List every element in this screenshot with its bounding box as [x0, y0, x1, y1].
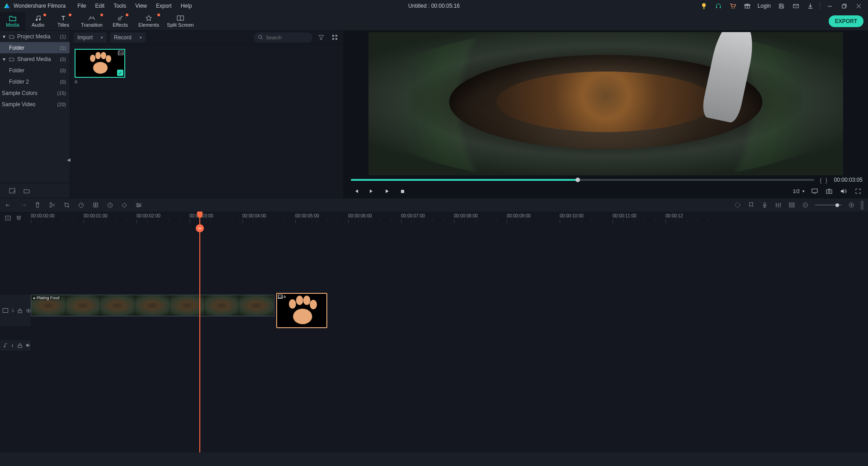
tab-transition[interactable]: Transition [76, 12, 108, 30]
stop-button[interactable] [398, 187, 407, 196]
adjust-icon[interactable] [135, 201, 143, 209]
tree-item-folder2[interactable]: Folder 2(0) [0, 76, 70, 87]
badge-dot [69, 14, 71, 16]
tab-effects[interactable]: Effects [108, 12, 133, 30]
split-icon[interactable] [48, 201, 56, 209]
menu-export[interactable]: Export [152, 1, 175, 10]
playhead[interactable]: ✂ [199, 212, 200, 452]
tab-media[interactable]: Media [0, 12, 25, 30]
delete-icon[interactable] [33, 201, 42, 209]
window-close[interactable] [852, 0, 865, 11]
zoom-out-icon[interactable] [801, 201, 809, 209]
menu-view[interactable]: View [132, 1, 151, 10]
fullscreen-icon[interactable] [854, 187, 863, 196]
tab-elements[interactable]: Elements [133, 12, 165, 30]
paw-icon [86, 52, 113, 75]
filter-icon[interactable] [316, 33, 326, 42]
freeze-icon[interactable] [91, 201, 99, 209]
redo-icon[interactable] [19, 201, 27, 209]
menu-file[interactable]: File [74, 1, 90, 10]
message-icon[interactable] [789, 0, 802, 11]
used-check-icon: ✓ [117, 70, 123, 76]
menu-edit[interactable]: Edit [92, 1, 108, 10]
playhead-scissors-icon[interactable]: ✂ [196, 224, 204, 232]
preview-scrubber[interactable] [351, 179, 814, 181]
playhead-grip[interactable] [197, 212, 203, 218]
folder-icon [9, 34, 15, 39]
svg-point-7 [39, 19, 41, 20]
render-icon[interactable] [733, 201, 741, 209]
export-button[interactable]: EXPORT [829, 15, 863, 27]
search-input[interactable] [266, 35, 302, 40]
tree-item-folder[interactable]: Folder(0) [0, 65, 70, 76]
mark-out-icon[interactable]: } [826, 177, 827, 184]
import-dropdown[interactable]: Import▾ [74, 33, 107, 42]
timeline-ruler[interactable]: 00:00:00:0000:00:01:0000:00:02:0000:00:0… [31, 212, 868, 224]
tips-icon[interactable] [697, 0, 711, 11]
svg-rect-14 [335, 38, 337, 40]
mute-icon[interactable] [26, 343, 31, 348]
tab-audio[interactable]: Audio [25, 12, 51, 30]
snap-icon[interactable] [15, 215, 22, 221]
tab-splitscreen[interactable]: Split Screen [165, 12, 196, 30]
voiceover-icon[interactable] [760, 201, 769, 209]
duration-icon[interactable] [106, 201, 114, 209]
folder-icon [9, 14, 17, 22]
volume-icon[interactable] [839, 187, 848, 196]
svg-rect-24 [826, 190, 832, 193]
tree-item-sample-colors[interactable]: Sample Colors(15) [0, 87, 70, 99]
svg-point-31 [137, 203, 138, 204]
preview-scale-dropdown[interactable]: 1/2▾ [793, 188, 805, 194]
svg-point-27 [50, 206, 52, 207]
svg-rect-40 [789, 206, 794, 207]
media-thumbnail[interactable]: ✓ a [75, 49, 125, 84]
record-dropdown[interactable]: Record▾ [110, 33, 146, 42]
play-button[interactable] [382, 187, 392, 196]
video-clip[interactable]: ▸Plating Food [31, 295, 274, 316]
tab-titles[interactable]: Titles [51, 12, 76, 30]
support-icon[interactable] [712, 0, 725, 11]
track-manage-icon[interactable] [788, 201, 796, 209]
marker-icon[interactable] [747, 201, 755, 209]
undo-icon[interactable] [5, 201, 13, 209]
tree-item-folder[interactable]: Folder(1) [0, 42, 70, 53]
menu-tools[interactable]: Tools [110, 1, 130, 10]
image-clip[interactable]: a [276, 293, 327, 328]
display-monitor-icon[interactable] [810, 187, 819, 196]
save-icon[interactable] [774, 0, 788, 11]
svg-point-26 [50, 202, 52, 204]
timeline-scrollbar[interactable] [861, 201, 863, 210]
lock-icon[interactable] [18, 308, 22, 314]
gift-icon[interactable] [741, 0, 754, 11]
window-minimize[interactable] [823, 0, 836, 11]
new-folder-icon[interactable] [23, 187, 31, 195]
speed-icon[interactable] [77, 201, 85, 209]
new-project-icon[interactable] [8, 187, 16, 195]
svg-point-17 [90, 55, 95, 62]
keyframe-icon[interactable] [120, 201, 128, 209]
snapshot-icon[interactable] [825, 187, 834, 196]
mark-in-icon[interactable]: { [820, 177, 821, 184]
prev-frame-button[interactable] [352, 187, 361, 196]
download-icon[interactable] [803, 0, 817, 11]
svg-point-32 [139, 204, 141, 206]
crop-icon[interactable] [62, 201, 71, 209]
menu-help[interactable]: Help [177, 1, 196, 10]
window-restore[interactable] [837, 0, 851, 11]
cart-icon[interactable] [726, 0, 740, 11]
lock-icon[interactable] [17, 343, 22, 348]
search-input-wrapper[interactable] [254, 33, 312, 42]
tree-header-project[interactable]: ▾Project Media(1) [0, 31, 70, 42]
svg-point-50 [310, 300, 317, 309]
mixer-icon[interactable] [774, 201, 782, 209]
login-button[interactable]: Login [755, 0, 774, 11]
fit-timeline-icon[interactable] [5, 215, 11, 221]
grid-view-icon[interactable] [330, 33, 340, 42]
tree-header-shared[interactable]: ▾Shared Media(0) [0, 53, 70, 65]
preview-viewport[interactable] [368, 32, 843, 175]
next-frame-button[interactable] [367, 187, 376, 196]
zoom-in-icon[interactable] [847, 201, 855, 209]
zoom-slider[interactable] [815, 204, 842, 206]
collapse-panel-icon[interactable]: ◀ [67, 157, 71, 162]
tree-item-sample-video[interactable]: Sample Video(20) [0, 99, 70, 110]
